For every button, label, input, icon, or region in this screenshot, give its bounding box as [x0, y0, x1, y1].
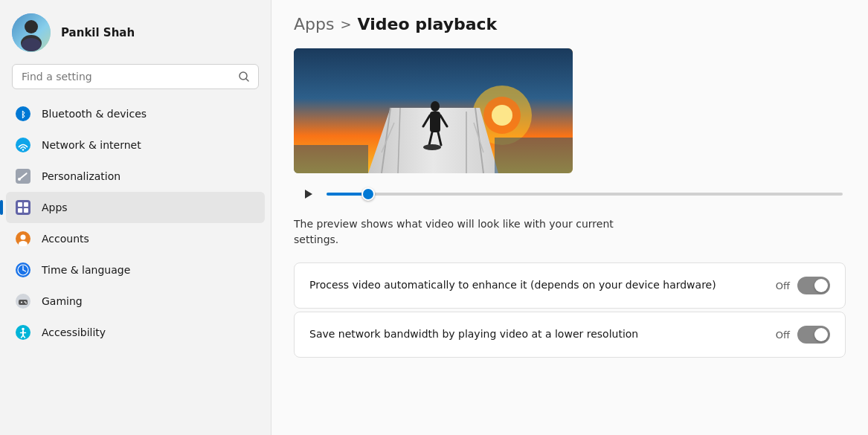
sidebar-item-gaming[interactable]: Gaming [6, 286, 265, 317]
video-controls [294, 184, 846, 204]
sidebar-item-accessibility[interactable]: Accessibility [6, 317, 265, 348]
sidebar-item-personalization[interactable]: Personalization [6, 161, 265, 192]
nav-list: ᛒ Bluetooth & devices Network & internet [0, 95, 271, 435]
sidebar-item-time[interactable]: Time & language [6, 254, 265, 286]
sidebar-item-network[interactable]: Network & internet [6, 129, 265, 161]
progress-thumb[interactable] [361, 187, 375, 201]
sidebar-item-apps[interactable]: Apps [6, 192, 265, 223]
toggle-knob [814, 328, 828, 341]
sidebar-item-accounts[interactable]: Accounts [6, 223, 265, 254]
bluetooth-icon: ᛒ [15, 106, 31, 122]
profile-name: Pankil Shah [61, 26, 135, 39]
accessibility-icon [15, 324, 31, 341]
svg-rect-49 [430, 112, 440, 132]
svg-rect-17 [24, 208, 28, 213]
svg-point-29 [25, 301, 26, 303]
save-bandwidth-toggle-group: Off [776, 326, 830, 344]
svg-point-54 [423, 144, 441, 150]
play-button[interactable] [297, 184, 318, 204]
sidebar-item-label: Apps [42, 202, 68, 213]
video-preview [294, 48, 573, 173]
profile-section: Pankil Shah [0, 0, 271, 61]
save-bandwidth-toggle-label: Off [776, 329, 790, 341]
process-video-toggle-label: Off [776, 280, 790, 291]
settings-card-save-bandwidth: Save network bandwidth by playing video … [294, 312, 846, 358]
breadcrumb-parent[interactable]: Apps [294, 15, 334, 33]
svg-rect-13 [16, 200, 30, 215]
sidebar-item-label: Bluetooth & devices [42, 108, 147, 120]
breadcrumb-separator: > [340, 16, 351, 32]
search-input[interactable] [22, 71, 233, 83]
svg-rect-55 [294, 145, 368, 173]
svg-point-12 [18, 178, 21, 181]
sidebar-item-bluetooth[interactable]: ᛒ Bluetooth & devices [6, 98, 265, 129]
save-bandwidth-toggle[interactable] [797, 326, 830, 344]
svg-point-1 [25, 20, 38, 33]
svg-rect-14 [18, 202, 22, 207]
svg-point-3 [22, 38, 41, 51]
accounts-icon [15, 231, 31, 247]
svg-rect-16 [18, 208, 22, 213]
sidebar: Pankil Shah ᛒ Bluetooth & devices [0, 0, 271, 435]
svg-rect-26 [19, 300, 28, 305]
preview-text: The preview shows what video will look l… [294, 216, 636, 248]
sidebar-item-label: Gaming [42, 295, 83, 307]
breadcrumb-current: Video playback [358, 15, 498, 33]
process-video-toggle-group: Off [776, 277, 830, 294]
sidebar-item-label: Personalization [42, 170, 120, 182]
svg-point-9 [22, 149, 24, 150]
progress-track[interactable] [327, 193, 843, 196]
svg-line-5 [246, 79, 248, 81]
personalization-icon [15, 168, 31, 184]
svg-point-32 [22, 328, 25, 331]
search-box[interactable] [12, 64, 259, 89]
process-video-toggle[interactable] [797, 277, 830, 294]
network-icon [15, 137, 31, 153]
search-icon [239, 71, 249, 82]
toggle-knob [814, 279, 828, 292]
process-video-label: Process video automatically to enhance i… [309, 278, 716, 293]
sidebar-item-label: Network & internet [42, 139, 141, 151]
apps-icon [15, 199, 31, 216]
svg-rect-15 [24, 202, 28, 207]
svg-text:ᛒ: ᛒ [21, 110, 26, 119]
svg-point-19 [21, 235, 26, 240]
svg-point-48 [431, 101, 440, 112]
save-bandwidth-label: Save network bandwidth by playing video … [309, 327, 638, 342]
svg-point-30 [25, 303, 27, 304]
gaming-icon [15, 293, 31, 309]
settings-card-process-video: Process video automatically to enhance i… [294, 262, 846, 309]
sidebar-item-label: Time & language [42, 264, 130, 276]
svg-rect-56 [495, 138, 573, 173]
avatar[interactable] [12, 13, 51, 52]
breadcrumb: Apps > Video playback [294, 15, 846, 33]
main-content: Apps > Video playback [271, 0, 868, 435]
svg-point-40 [492, 105, 512, 126]
time-icon [15, 262, 31, 278]
sidebar-item-label: Accounts [42, 233, 89, 245]
sidebar-item-label: Accessibility [42, 326, 106, 338]
play-icon [305, 190, 312, 199]
